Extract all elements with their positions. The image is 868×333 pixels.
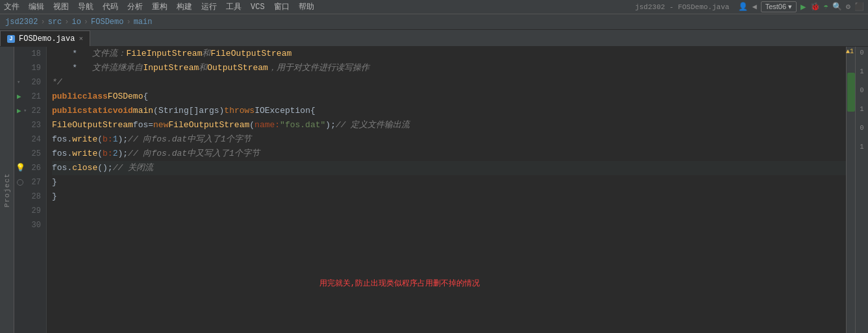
code-line-28: } <box>52 190 846 204</box>
gutter-line-29: 29 <box>14 204 46 218</box>
code-line-27: } <box>52 175 846 190</box>
line-number: 30 <box>32 218 41 232</box>
maximize-icon[interactable]: ⬛ <box>854 2 864 12</box>
circle-indicator-icon <box>17 179 23 186</box>
breadcrumb-class[interactable]: FOSDemo <box>91 18 123 27</box>
run-arrow-icon[interactable]: ▶ <box>17 90 21 104</box>
menu-edit[interactable]: 编辑 <box>29 1 44 12</box>
menu-tools[interactable]: 工具 <box>226 1 242 12</box>
line-number: 26 <box>32 161 41 175</box>
menu-refactor[interactable]: 重构 <box>152 1 167 12</box>
code-editor[interactable]: * 文件流：FileInputStream和FileOutputStream *… <box>47 47 846 333</box>
breadcrumb-sep-3: › <box>84 18 88 27</box>
gutter-line-27: 27 <box>14 175 46 190</box>
menu-build[interactable]: 构建 <box>177 1 192 12</box>
toolbar-right: jsd2302 - FOSDemo.java 👤 ◀ Test06 ▾ ▶ 🐞 … <box>635 1 864 12</box>
window-title: jsd2302 - FOSDemo.java <box>635 3 729 11</box>
settings-icon[interactable]: ⚙ <box>846 2 850 12</box>
menu-analyze[interactable]: 分析 <box>127 1 143 12</box>
menu-navigate[interactable]: 导航 <box>78 1 93 12</box>
line-number: 19 <box>32 61 41 75</box>
gutter-line-22: ▶▾22 <box>14 104 46 118</box>
fold-icon[interactable]: ▾ <box>17 75 20 90</box>
line-number: 25 <box>32 147 41 161</box>
profile-icon[interactable]: 👤 <box>738 2 748 12</box>
right-icons-sidebar: 0 1 0 1 0 1 <box>855 47 868 333</box>
menu-file[interactable]: 文件 <box>4 1 19 12</box>
code-line-18: * 文件流：FileInputStream和FileOutputStream <box>52 47 846 61</box>
gutter-line-19: 19 <box>14 61 46 75</box>
coverage-icon[interactable]: ☂ <box>824 2 828 12</box>
back-icon[interactable]: ◀ <box>752 2 756 12</box>
right-scrollbar[interactable]: ▲1 <box>846 47 855 333</box>
sidebar-icon-1[interactable]: 1 <box>860 68 863 75</box>
run-icon[interactable]: ▶ <box>800 1 806 12</box>
tab-bar: J FOSDemo.java × <box>0 30 868 47</box>
gutter-line-20: ▾20 <box>14 75 46 90</box>
menu-bar: 文件 编辑 视图 导航 代码 分析 重构 构建 运行 工具 VCS 窗口 帮助 … <box>0 0 868 14</box>
tab-fosdemo[interactable]: J FOSDemo.java × <box>0 31 90 46</box>
project-label: Project <box>3 173 11 207</box>
line-number: 21 <box>32 90 41 104</box>
breadcrumb-src[interactable]: src <box>48 18 62 27</box>
run-config-selector[interactable]: Test06 ▾ <box>761 1 797 12</box>
warning-dot-icon: 💡 <box>16 161 25 175</box>
line-number: 20 <box>32 75 41 90</box>
project-sidebar[interactable]: Project <box>0 47 14 333</box>
sidebar-icon-2[interactable]: 0 <box>860 87 863 94</box>
code-line-22: public static void main(String[] args) t… <box>52 104 846 118</box>
breadcrumb: jsd2302 › src › io › FOSDemo › main <box>0 14 868 30</box>
breadcrumb-sep-1: › <box>40 18 45 27</box>
sidebar-icon-3[interactable]: 1 <box>860 106 863 113</box>
code-line-20: */ <box>52 75 846 90</box>
code-annotation-tooltip: 用完就关,防止出现类似程序占用删不掉的情况 <box>319 278 480 289</box>
gutter-line-23: 23 <box>14 118 46 132</box>
code-line-21: public class FOSDemo { <box>52 90 846 104</box>
fold-icon[interactable]: ▾ <box>23 104 27 118</box>
tab-close-button[interactable]: × <box>79 35 83 43</box>
line-number: 22 <box>32 104 41 118</box>
menu-vcs[interactable]: VCS <box>251 3 265 12</box>
gutter-line-18: 18 <box>14 47 46 61</box>
menu-view[interactable]: 视图 <box>53 1 69 12</box>
editor-container: Project 1819▾20▶21▶▾22232425💡2627282930 … <box>0 47 868 333</box>
breadcrumb-sep-4: › <box>126 18 130 27</box>
gutter-line-28: 28 <box>14 190 46 204</box>
menu-run[interactable]: 运行 <box>201 1 217 12</box>
breadcrumb-io[interactable]: io <box>71 18 81 27</box>
warning-indicator: ▲1 <box>846 48 854 55</box>
line-number: 23 <box>32 118 41 132</box>
code-line-29 <box>52 204 846 218</box>
code-line-24: fos.write(b: 1); // 向fos.dat中写入了1个字节 <box>52 132 846 147</box>
gutter-line-21: ▶21 <box>14 90 46 104</box>
menu-code[interactable]: 代码 <box>103 1 118 12</box>
code-line-26: fos.close(); // 关闭流 <box>52 161 846 175</box>
breadcrumb-method[interactable]: main <box>134 18 153 27</box>
code-line-23: FileOutputStream fos = new FileOutputStr… <box>52 118 846 132</box>
line-number: 18 <box>32 47 41 61</box>
debug-icon[interactable]: 🐞 <box>810 2 820 12</box>
gutter-line-25: 25 <box>14 147 46 161</box>
code-line-30 <box>52 218 846 232</box>
line-number: 28 <box>32 190 41 204</box>
menu-help[interactable]: 帮助 <box>299 1 314 12</box>
gutter-line-24: 24 <box>14 132 46 147</box>
java-file-icon: J <box>7 35 15 43</box>
breadcrumb-sep-2: › <box>64 18 69 27</box>
gutter-line-30: 30 <box>14 218 46 232</box>
tab-label: FOSDemo.java <box>19 34 75 43</box>
menu-window[interactable]: 窗口 <box>274 1 290 12</box>
gutter-line-26: 💡26 <box>14 161 46 175</box>
line-number-gutter: 1819▾20▶21▶▾22232425💡2627282930 <box>14 47 47 333</box>
line-number: 29 <box>32 204 41 218</box>
sidebar-icon-0[interactable]: 0 <box>860 49 863 56</box>
breadcrumb-project[interactable]: jsd2302 <box>5 18 38 27</box>
line-number: 27 <box>32 175 41 190</box>
code-line-25: fos.write(b: 2); // 向fos.dat中又写入了1个字节 <box>52 147 846 161</box>
sidebar-icon-5[interactable]: 1 <box>860 143 863 151</box>
search-icon[interactable]: 🔍 <box>832 2 842 12</box>
sidebar-icon-4[interactable]: 0 <box>860 125 863 132</box>
line-number: 24 <box>32 132 41 147</box>
run-arrow-icon[interactable]: ▶ <box>17 104 21 118</box>
code-line-19: * 文件流继承自InputStream和OutputStream，用于对文件进行… <box>52 61 846 75</box>
